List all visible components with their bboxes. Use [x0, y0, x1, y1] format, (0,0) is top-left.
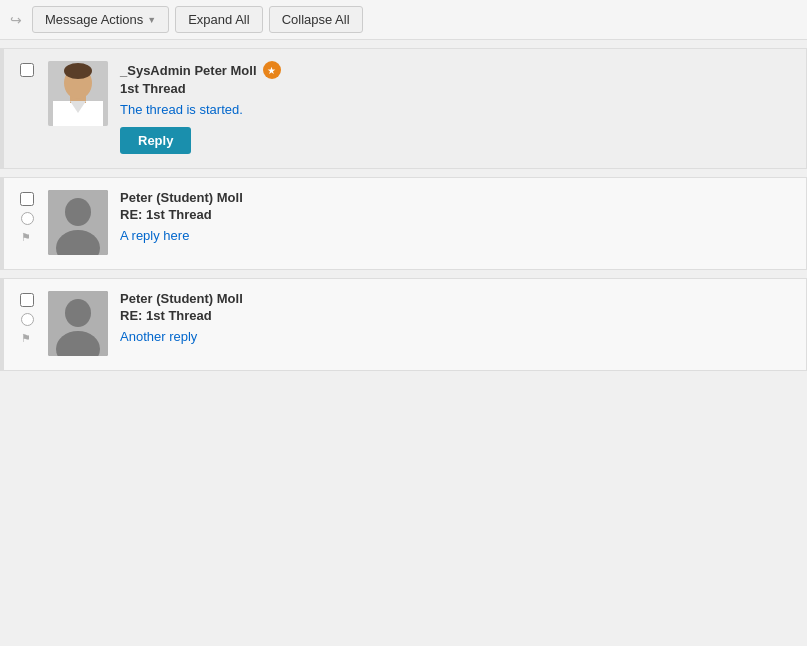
arrow-icon: ↪: [10, 12, 22, 28]
message-2-body: Peter (Student) Moll RE: 1st Thread A re…: [120, 190, 792, 253]
chevron-down-icon: ▼: [147, 15, 156, 25]
message-actions-button[interactable]: Message Actions ▼: [32, 6, 169, 33]
message-card-1: _SysAdmin Peter Moll ★ 1st Thread The th…: [0, 48, 807, 169]
message-2-text: A reply here: [120, 228, 792, 243]
star-badge-icon: ★: [263, 61, 281, 79]
reply-button[interactable]: Reply: [120, 127, 191, 154]
message-2-radio[interactable]: [21, 212, 34, 225]
message-1-body: _SysAdmin Peter Moll ★ 1st Thread The th…: [120, 61, 792, 154]
svg-point-7: [65, 198, 91, 226]
toolbar: ↪ Message Actions ▼ Expand All Collapse …: [0, 0, 807, 40]
message-3-text: Another reply: [120, 329, 792, 344]
avatar-2: [48, 190, 108, 255]
flag-icon-3[interactable]: ⚑: [21, 332, 34, 345]
message-1-checkbox[interactable]: [20, 63, 34, 77]
avatar-3: [48, 291, 108, 356]
collapse-all-label: Collapse All: [282, 12, 350, 27]
message-3-author: Peter (Student) Moll: [120, 291, 243, 306]
expand-all-button[interactable]: Expand All: [175, 6, 262, 33]
svg-point-10: [65, 299, 91, 327]
message-1-text: The thread is started.: [120, 102, 792, 117]
message-3-body: Peter (Student) Moll RE: 1st Thread Anot…: [120, 291, 792, 354]
message-2-author: Peter (Student) Moll: [120, 190, 243, 205]
message-card-3: ⚑ Peter (Student) Moll RE: 1st Thread An…: [0, 278, 807, 371]
message-3-subject: RE: 1st Thread: [120, 308, 792, 323]
message-3-checkbox[interactable]: [20, 293, 34, 307]
message-actions-label: Message Actions: [45, 12, 143, 27]
avatar-1: [48, 61, 108, 126]
message-1-subject: 1st Thread: [120, 81, 792, 96]
collapse-all-button[interactable]: Collapse All: [269, 6, 363, 33]
message-2-checkbox[interactable]: [20, 192, 34, 206]
message-2-subject: RE: 1st Thread: [120, 207, 792, 222]
message-card-2: ⚑ Peter (Student) Moll RE: 1st Thread A …: [0, 177, 807, 270]
messages-container: _SysAdmin Peter Moll ★ 1st Thread The th…: [0, 40, 807, 387]
expand-all-label: Expand All: [188, 12, 249, 27]
message-3-radio[interactable]: [21, 313, 34, 326]
message-1-author: _SysAdmin Peter Moll: [120, 63, 257, 78]
flag-icon-2[interactable]: ⚑: [21, 231, 34, 244]
svg-point-4: [64, 63, 92, 79]
